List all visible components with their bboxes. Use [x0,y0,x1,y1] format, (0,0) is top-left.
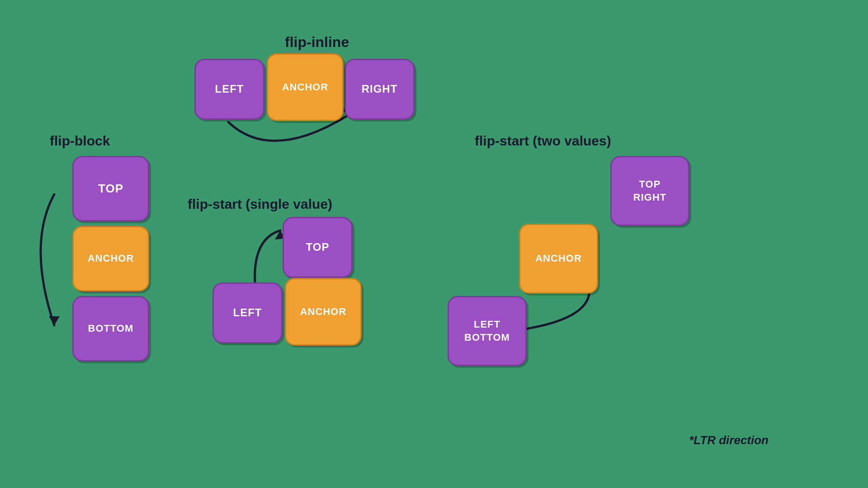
fi-right-box: RIGHT [344,59,415,120]
fss-anchor-box: ANCHOR [285,278,362,346]
diagram-container: flip-inline LEFT ANCHOR RIGHT flip-block… [0,0,868,488]
flip-block-label: flip-block [50,133,110,149]
flip-start-two-label: flip-start (two values) [475,133,611,149]
fss-top-box: TOP [283,217,353,278]
flip-start-single-label: flip-start (single value) [188,197,332,212]
svg-marker-1 [49,316,60,325]
ltr-direction-note: *LTR direction [689,433,769,447]
fb-top-box: TOP [72,156,149,221]
fb-anchor-box: ANCHOR [72,226,149,291]
fss-left-box: LEFT [212,282,283,343]
flip-inline-label: flip-inline [285,34,349,51]
fst-anchor-box: ANCHOR [519,224,598,294]
fb-bottom-box: BOTTOM [72,296,149,361]
top-right-text: TOPRIGHT [633,178,666,204]
fst-topright-box: TOPRIGHT [610,156,689,226]
left-bottom-text: LEFTBOTTOM [464,318,510,344]
fst-leftbottom-box: LEFTBOTTOM [448,296,527,366]
fi-anchor-box: ANCHOR [267,53,344,121]
fi-left-box: LEFT [194,59,264,120]
